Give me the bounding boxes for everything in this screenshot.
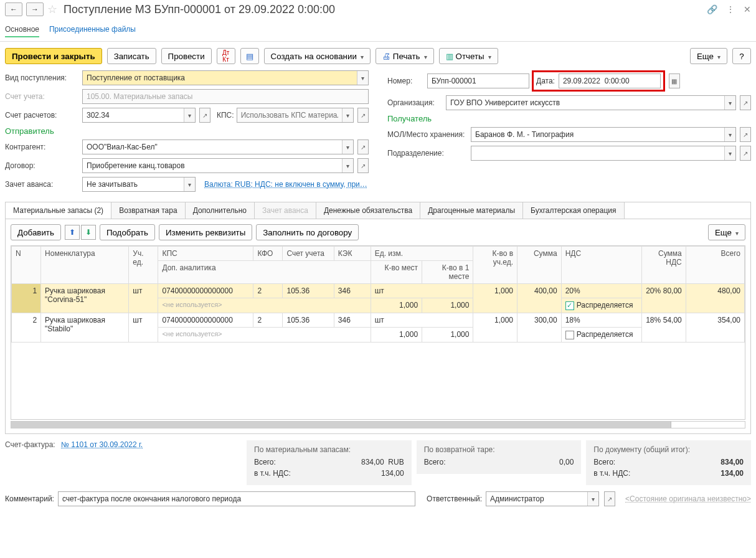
chart-icon: ▥ [446,52,453,61]
distribute-checkbox[interactable] [565,331,574,339]
tab-precious[interactable]: Драгоценные материалы [420,202,523,219]
kps-label: КПС: [217,111,234,120]
settlement-acct-input[interactable]: ▾ [82,108,196,123]
grid-more-button[interactable]: Еще [708,224,745,240]
horizontal-scrollbar[interactable] [11,421,745,428]
dropdown-icon[interactable]: ▾ [357,71,368,85]
mol-label: МОЛ/Место хранения: [387,130,468,139]
dropdown-icon[interactable]: ▾ [342,159,353,173]
col-qty[interactable]: К-во в уч.ед. [473,247,517,284]
kps-input[interactable]: ▾ [237,108,354,123]
comment-input[interactable] [58,491,415,506]
print-button[interactable]: 🖨Печать [376,48,434,64]
col-unit[interactable]: Уч. ед. [129,247,158,284]
col-places[interactable]: К-во мест [371,261,422,284]
nav-forward[interactable]: → [26,2,44,16]
mol-input[interactable]: ▾ [471,127,736,142]
materials-tab-content: Добавить ⬆ ⬇ Подобрать Изменить реквизит… [5,219,751,434]
tab-money[interactable]: Денежные обязательства [316,202,420,219]
open-icon[interactable]: ↗ [357,140,369,154]
dropdown-icon[interactable]: ▾ [724,146,735,160]
tab-tare[interactable]: Возвратная тара [111,202,186,219]
favorite-icon[interactable]: ☆ [47,2,57,16]
tab-attached-files[interactable]: Присоединенные файлы [49,22,136,37]
calendar-icon[interactable]: ▦ [669,73,680,88]
tab-accounting[interactable]: Бухгалтерская операция [523,202,624,219]
add-row-button[interactable]: Добавить [11,224,61,240]
open-icon[interactable]: ↗ [357,108,369,123]
fill-by-contract-button[interactable]: Заполнить по договору [256,224,359,240]
responsible-input[interactable]: ▾ [486,491,599,506]
post-button[interactable]: Провести [161,48,212,64]
dropdown-icon[interactable]: ▾ [724,96,735,110]
tare-totals-box: По возвратной таре: Всего:0,00 [417,440,582,474]
tab-additional[interactable]: Дополнительно [186,202,255,219]
dropdown-icon[interactable]: ▾ [587,492,598,506]
open-icon[interactable]: ↗ [740,95,751,110]
col-vat-sum[interactable]: Сумма НДС [642,247,686,284]
table-row[interactable]: 2Ручка шариковая "Stabilo"шт074000000000… [12,313,745,327]
col-uom[interactable]: Ед. изм. [371,247,473,261]
dropdown-icon[interactable]: ▾ [342,108,353,122]
date-input[interactable] [559,73,661,88]
dropdown-icon[interactable]: ▾ [184,108,195,122]
original-state-link[interactable]: <Состояние оригинала неизвестно> [625,494,751,503]
open-icon[interactable]: ↗ [357,158,369,173]
col-total[interactable]: Всего [686,247,744,284]
menu-icon[interactable]: ⋮ [726,4,735,14]
organization-input[interactable]: ▾ [446,95,736,110]
edit-requisites-button[interactable]: Изменить реквизиты [159,224,252,240]
open-icon[interactable]: ↗ [199,108,210,123]
table-row[interactable]: 1Ручка шариковая "Corvina-51"шт074000000… [12,284,745,298]
link-icon[interactable]: 🔗 [707,4,717,14]
contract-input[interactable]: ▾ [82,158,354,173]
account-label: Счет учета: [5,92,80,101]
col-kfo[interactable]: КФО [253,247,283,261]
dropdown-icon[interactable]: ▾ [724,128,735,141]
col-nomenclature[interactable]: Номенклатура [41,247,129,284]
open-icon[interactable]: ↗ [740,146,751,161]
move-up-button[interactable]: ⬆ [65,225,80,240]
col-sum[interactable]: Сумма [517,247,562,284]
more-button[interactable]: Еще [690,48,727,64]
col-dop-analytics[interactable]: Доп. аналитика [158,261,371,284]
date-highlight-box: Дата: [532,70,665,92]
sub-tabs: Материальные запасы (2) Возвратная тара … [5,202,751,219]
pick-button[interactable]: Подобрать [100,224,155,240]
number-input[interactable] [427,73,529,88]
department-input[interactable]: ▾ [471,146,736,161]
create-based-button[interactable]: Создать на основании [264,48,371,64]
invoice-link[interactable]: № 1101 от 30.09.2022 г. [61,440,143,449]
dropdown-icon[interactable]: ▾ [342,140,353,154]
col-account[interactable]: Счет учета [283,247,334,261]
counterparty-input[interactable]: ▾ [82,140,354,154]
open-icon[interactable]: ↗ [604,491,615,506]
close-icon[interactable]: ✕ [744,4,751,14]
tab-materials[interactable]: Материальные запасы (2) [6,202,111,219]
col-kps[interactable]: КПС [158,247,253,261]
reports-button[interactable]: ▥Отчеты [439,48,498,64]
col-vat[interactable]: НДС [561,247,641,284]
col-kek[interactable]: КЭК [334,247,371,261]
col-in-place[interactable]: К-во в 1 месте [422,261,473,284]
move-down-button[interactable]: ⬇ [81,225,96,240]
post-and-close-button[interactable]: Провести и закрыть [5,48,102,64]
open-icon[interactable]: ↗ [740,127,751,142]
materials-grid-scroll[interactable]: N Номенклатура Уч. ед. КПС КФО Счет учет… [11,245,745,420]
col-n[interactable]: N [12,247,41,284]
dropdown-icon[interactable]: ▾ [184,177,195,191]
save-button[interactable]: Записать [107,48,156,64]
distribute-checkbox[interactable] [565,301,574,310]
currency-link[interactable]: Валюта: RUB; НДС: не включен в сумму, пр… [204,180,367,189]
materials-grid: N Номенклатура Уч. ед. КПС КФО Счет учет… [11,246,745,343]
tab-advance: Зачет аванса [255,202,316,219]
dtkt-icon[interactable]: ДтКт [217,48,235,64]
list-icon[interactable]: ▤ [240,48,259,64]
number-label: Номер: [387,77,425,85]
advance-input[interactable]: ▾ [82,177,196,192]
form-right-column: Номер: Дата: ▦ Организация: ▾ ↗ Получате… [387,70,751,196]
receipt-type-input[interactable]: ▾ [82,70,369,85]
help-button[interactable]: ? [732,48,751,64]
tab-main[interactable]: Основное [5,22,39,37]
nav-back[interactable]: ← [5,2,22,16]
